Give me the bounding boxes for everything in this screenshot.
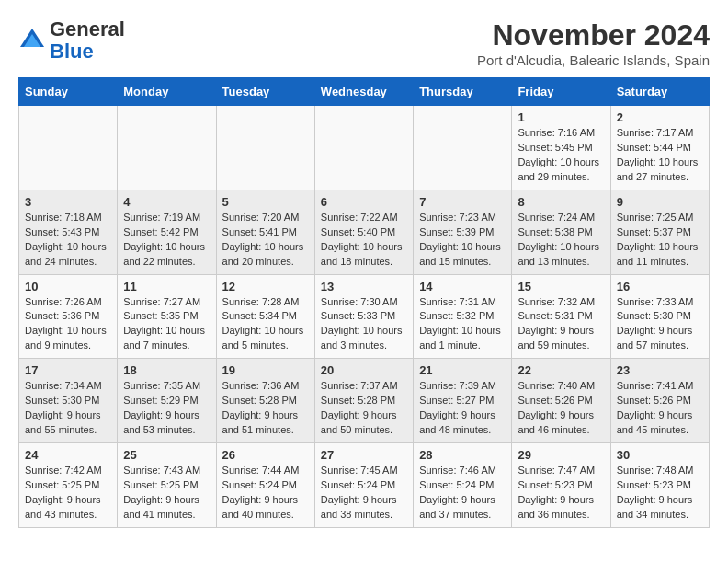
calendar-cell: 1Sunrise: 7:16 AM Sunset: 5:45 PM Daylig… [512, 106, 610, 190]
calendar-week-row: 10Sunrise: 7:26 AM Sunset: 5:36 PM Dayli… [19, 274, 710, 359]
calendar-cell: 13Sunrise: 7:30 AM Sunset: 5:33 PM Dayli… [314, 274, 413, 359]
day-info: Sunrise: 7:31 AM Sunset: 5:32 PM Dayligh… [419, 295, 506, 354]
calendar-cell: 20Sunrise: 7:37 AM Sunset: 5:28 PM Dayli… [314, 359, 413, 443]
calendar-cell: 17Sunrise: 7:34 AM Sunset: 5:30 PM Dayli… [19, 359, 118, 443]
day-info: Sunrise: 7:37 AM Sunset: 5:28 PM Dayligh… [321, 379, 407, 438]
day-number: 20 [321, 363, 407, 377]
day-number: 22 [518, 363, 604, 377]
logo: General Blue [18, 18, 125, 63]
day-number: 3 [25, 195, 111, 209]
day-info: Sunrise: 7:24 AM Sunset: 5:38 PM Dayligh… [518, 211, 604, 270]
day-number: 25 [123, 448, 210, 462]
day-info: Sunrise: 7:48 AM Sunset: 5:23 PM Dayligh… [617, 464, 703, 523]
weekday-header-row: SundayMondayTuesdayWednesdayThursdayFrid… [19, 78, 710, 106]
calendar-cell: 19Sunrise: 7:36 AM Sunset: 5:28 PM Dayli… [216, 359, 314, 443]
calendar-cell: 11Sunrise: 7:27 AM Sunset: 5:35 PM Dayli… [118, 274, 216, 359]
calendar-cell [118, 106, 216, 190]
day-info: Sunrise: 7:16 AM Sunset: 5:45 PM Dayligh… [518, 126, 604, 185]
location-title: Port d'Alcudia, Balearic Islands, Spain [477, 52, 710, 68]
day-info: Sunrise: 7:45 AM Sunset: 5:24 PM Dayligh… [321, 464, 407, 523]
day-info: Sunrise: 7:17 AM Sunset: 5:44 PM Dayligh… [617, 126, 703, 185]
day-number: 2 [617, 110, 703, 124]
day-info: Sunrise: 7:19 AM Sunset: 5:42 PM Dayligh… [123, 211, 210, 270]
day-info: Sunrise: 7:41 AM Sunset: 5:26 PM Dayligh… [617, 379, 703, 438]
calendar-cell: 12Sunrise: 7:28 AM Sunset: 5:34 PM Dayli… [216, 274, 314, 359]
day-info: Sunrise: 7:20 AM Sunset: 5:41 PM Dayligh… [222, 211, 309, 270]
day-number: 21 [419, 363, 506, 377]
day-info: Sunrise: 7:22 AM Sunset: 5:40 PM Dayligh… [321, 211, 407, 270]
calendar-cell: 18Sunrise: 7:35 AM Sunset: 5:29 PM Dayli… [118, 359, 216, 443]
day-number: 7 [419, 195, 506, 209]
calendar-cell: 14Sunrise: 7:31 AM Sunset: 5:32 PM Dayli… [414, 274, 512, 359]
calendar-week-row: 3Sunrise: 7:18 AM Sunset: 5:43 PM Daylig… [19, 190, 710, 274]
calendar-table: SundayMondayTuesdayWednesdayThursdayFrid… [18, 77, 710, 528]
calendar-cell [19, 106, 118, 190]
calendar-cell: 5Sunrise: 7:20 AM Sunset: 5:41 PM Daylig… [216, 190, 314, 274]
calendar-cell: 29Sunrise: 7:47 AM Sunset: 5:23 PM Dayli… [512, 443, 610, 528]
calendar-cell: 7Sunrise: 7:23 AM Sunset: 5:39 PM Daylig… [414, 190, 512, 274]
month-title: November 2024 [477, 18, 710, 52]
day-number: 23 [617, 363, 703, 377]
calendar-cell [216, 106, 314, 190]
logo-icon [18, 27, 46, 54]
weekday-header: Friday [512, 78, 610, 106]
day-number: 16 [617, 280, 703, 293]
day-number: 11 [123, 280, 210, 293]
calendar-cell: 8Sunrise: 7:24 AM Sunset: 5:38 PM Daylig… [512, 190, 610, 274]
calendar-cell: 6Sunrise: 7:22 AM Sunset: 5:40 PM Daylig… [314, 190, 413, 274]
calendar-cell: 10Sunrise: 7:26 AM Sunset: 5:36 PM Dayli… [19, 274, 118, 359]
logo-blue: Blue [50, 40, 94, 63]
day-info: Sunrise: 7:25 AM Sunset: 5:37 PM Dayligh… [617, 211, 703, 270]
calendar-cell: 21Sunrise: 7:39 AM Sunset: 5:27 PM Dayli… [414, 359, 512, 443]
day-info: Sunrise: 7:26 AM Sunset: 5:36 PM Dayligh… [25, 295, 111, 354]
calendar-cell: 15Sunrise: 7:32 AM Sunset: 5:31 PM Dayli… [512, 274, 610, 359]
day-number: 12 [222, 280, 309, 293]
calendar-cell [414, 106, 512, 190]
calendar-cell: 16Sunrise: 7:33 AM Sunset: 5:30 PM Dayli… [610, 274, 709, 359]
calendar-cell: 9Sunrise: 7:25 AM Sunset: 5:37 PM Daylig… [610, 190, 709, 274]
weekday-header: Tuesday [216, 78, 314, 106]
day-number: 9 [617, 195, 703, 209]
calendar-cell: 23Sunrise: 7:41 AM Sunset: 5:26 PM Dayli… [610, 359, 709, 443]
day-info: Sunrise: 7:18 AM Sunset: 5:43 PM Dayligh… [25, 211, 111, 270]
day-number: 18 [123, 363, 210, 377]
calendar-cell: 25Sunrise: 7:43 AM Sunset: 5:25 PM Dayli… [118, 443, 216, 528]
day-info: Sunrise: 7:36 AM Sunset: 5:28 PM Dayligh… [222, 379, 309, 438]
weekday-header: Thursday [414, 78, 512, 106]
logo-text: General Blue [50, 18, 125, 63]
day-info: Sunrise: 7:34 AM Sunset: 5:30 PM Dayligh… [25, 379, 111, 438]
day-info: Sunrise: 7:28 AM Sunset: 5:34 PM Dayligh… [222, 295, 309, 354]
day-info: Sunrise: 7:30 AM Sunset: 5:33 PM Dayligh… [321, 295, 407, 354]
calendar-week-row: 1Sunrise: 7:16 AM Sunset: 5:45 PM Daylig… [19, 106, 710, 190]
day-number: 26 [222, 448, 309, 462]
title-block: November 2024 Port d'Alcudia, Balearic I… [477, 18, 710, 68]
day-info: Sunrise: 7:46 AM Sunset: 5:24 PM Dayligh… [419, 464, 506, 523]
calendar-cell: 28Sunrise: 7:46 AM Sunset: 5:24 PM Dayli… [414, 443, 512, 528]
calendar-cell: 22Sunrise: 7:40 AM Sunset: 5:26 PM Dayli… [512, 359, 610, 443]
calendar-cell: 2Sunrise: 7:17 AM Sunset: 5:44 PM Daylig… [610, 106, 709, 190]
day-number: 29 [518, 448, 604, 462]
calendar-cell: 4Sunrise: 7:19 AM Sunset: 5:42 PM Daylig… [118, 190, 216, 274]
day-number: 24 [25, 448, 111, 462]
logo-general: General [50, 17, 125, 40]
calendar-cell: 26Sunrise: 7:44 AM Sunset: 5:24 PM Dayli… [216, 443, 314, 528]
page-header: General Blue November 2024 Port d'Alcudi… [18, 18, 710, 68]
calendar-cell: 3Sunrise: 7:18 AM Sunset: 5:43 PM Daylig… [19, 190, 118, 274]
day-number: 15 [518, 280, 604, 293]
day-number: 8 [518, 195, 604, 209]
day-number: 27 [321, 448, 407, 462]
day-info: Sunrise: 7:33 AM Sunset: 5:30 PM Dayligh… [617, 295, 703, 354]
calendar-cell: 30Sunrise: 7:48 AM Sunset: 5:23 PM Dayli… [610, 443, 709, 528]
day-number: 14 [419, 280, 506, 293]
weekday-header: Sunday [19, 78, 118, 106]
day-info: Sunrise: 7:40 AM Sunset: 5:26 PM Dayligh… [518, 379, 604, 438]
day-number: 10 [25, 280, 111, 293]
calendar-cell [314, 106, 413, 190]
day-number: 5 [222, 195, 309, 209]
weekday-header: Saturday [610, 78, 709, 106]
day-number: 6 [321, 195, 407, 209]
day-info: Sunrise: 7:39 AM Sunset: 5:27 PM Dayligh… [419, 379, 506, 438]
day-number: 13 [321, 280, 407, 293]
day-info: Sunrise: 7:23 AM Sunset: 5:39 PM Dayligh… [419, 211, 506, 270]
day-info: Sunrise: 7:43 AM Sunset: 5:25 PM Dayligh… [123, 464, 210, 523]
